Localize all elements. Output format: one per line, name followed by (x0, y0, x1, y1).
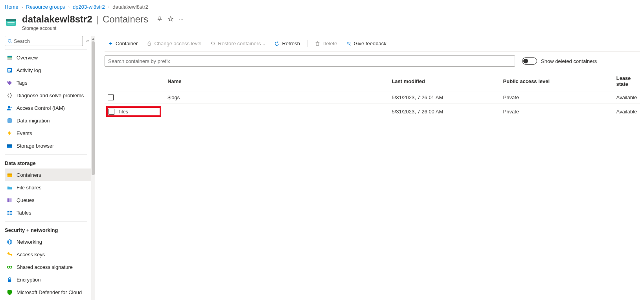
container-name[interactable]: $logs (167, 94, 180, 100)
breadcrumb-link[interactable]: Home (5, 4, 18, 10)
sidebar-item-encryption[interactable]: Encryption (5, 273, 91, 286)
breadcrumb-link[interactable]: dp203-wl8str2 (73, 4, 105, 10)
sidebar-item-label: File shares (17, 185, 42, 191)
toolbar-label: Give feedback (354, 41, 386, 46)
toolbar-divider (307, 40, 307, 47)
sidebar-item-tables[interactable]: Tables (5, 206, 91, 219)
storage-browser-icon (6, 143, 13, 149)
sidebar-item-label: Overview (17, 55, 38, 61)
sidebar-item-tags[interactable]: Tags (5, 76, 87, 89)
row-checkbox[interactable] (109, 109, 114, 115)
sidebar-item-overview[interactable]: Overview (5, 51, 87, 64)
delete-button: Delete (311, 39, 340, 48)
more-icon[interactable]: ··· (179, 16, 184, 23)
keys-icon (6, 252, 13, 258)
restore-button[interactable]: Restore containers ⌵ (207, 39, 269, 48)
cell-last-modified: 5/31/2023, 7:26:00 AM (388, 104, 500, 120)
collapse-sidebar-icon[interactable]: « (86, 38, 89, 44)
show-deleted-toggle[interactable] (522, 57, 537, 65)
sidebar-item-queues[interactable]: Queues (5, 194, 91, 206)
table-row[interactable]: files5/31/2023, 7:26:00 AMPrivateAvailab… (105, 104, 640, 120)
sidebar-item-label: Storage browser (17, 143, 54, 149)
sidebar-item-containers[interactable]: Containers (5, 169, 91, 181)
sidebar-item-sas[interactable]: Shared access signature (5, 261, 91, 273)
column-header-public-access[interactable]: Public access level (500, 71, 613, 91)
sidebar-item-activity-log[interactable]: Activity log (5, 64, 87, 76)
sidebar-item-label: Access Control (IAM) (17, 105, 65, 111)
sidebar-item-access-keys[interactable]: Access keys (5, 248, 91, 261)
sidebar-scrollbar[interactable]: ▲ (91, 36, 95, 300)
toolbar-label: Container (116, 41, 138, 46)
cell-lease-state: Available (613, 104, 640, 120)
activity-log-icon (6, 67, 13, 74)
sidebar-item-label: Tables (17, 210, 31, 216)
toggle-label: Show deleted containers (541, 58, 597, 64)
pin-icon[interactable] (157, 16, 162, 23)
toolbar-label: Delete (322, 41, 337, 46)
cell-public-access: Private (500, 91, 613, 104)
sidebar-item-networking[interactable]: Networking (5, 235, 91, 248)
refresh-icon (274, 41, 280, 46)
sidebar-item-label: Shared access signature (17, 264, 73, 270)
breadcrumb-link[interactable]: Resource groups (26, 4, 65, 10)
sidebar-item-label: Queues (17, 197, 35, 203)
sidebar-search-input[interactable] (14, 38, 80, 44)
svg-rect-36 (8, 280, 11, 282)
sidebar-item-label: Tags (17, 80, 27, 86)
tables-icon (6, 210, 13, 216)
svg-rect-18 (7, 144, 12, 146)
sas-icon (6, 264, 13, 270)
trash-icon (315, 41, 320, 46)
sidebar-item-label: Diagnose and solve problems (17, 93, 84, 98)
container-search-input[interactable] (105, 56, 515, 67)
chevron-right-icon: › (108, 5, 110, 9)
toolbar-label: Restore containers (218, 41, 261, 46)
feedback-button[interactable]: Give feedback (343, 39, 390, 48)
svg-rect-8 (7, 59, 11, 59)
svg-rect-21 (7, 198, 9, 202)
containers-table: Name Last modified Public access level L… (105, 71, 640, 120)
sidebar-item-events[interactable]: Events (5, 127, 87, 139)
container-name[interactable]: files (119, 109, 128, 115)
add-container-button[interactable]: ＋ Container (105, 39, 141, 48)
lock-icon (6, 277, 13, 283)
column-header-lease-state[interactable]: Lease state (613, 71, 640, 91)
sidebar-item-storage-browser[interactable]: Storage browser (5, 139, 87, 152)
iam-icon (6, 105, 13, 111)
svg-rect-6 (7, 56, 11, 57)
networking-icon (6, 239, 13, 245)
row-checkbox[interactable] (108, 94, 114, 100)
sidebar-item-file-shares[interactable]: File shares (5, 181, 91, 194)
table-row[interactable]: $logs5/31/2023, 7:26:01 AMPrivateAvailab… (105, 91, 640, 104)
events-icon (6, 130, 13, 137)
feedback-icon (346, 41, 351, 46)
refresh-button[interactable]: Refresh (271, 39, 303, 48)
chevron-down-icon: ⌵ (263, 41, 265, 46)
svg-rect-1 (6, 19, 16, 21)
svg-rect-23 (11, 198, 12, 202)
sidebar-item-data-migration[interactable]: Data migration (5, 114, 87, 127)
sidebar-section-security: Security + networking (5, 221, 87, 235)
sidebar-item-label: Microsoft Defender for Cloud (17, 289, 82, 295)
column-header-name[interactable]: Name (164, 71, 388, 91)
sidebar-item-label: Data migration (17, 118, 50, 124)
svg-rect-10 (8, 69, 11, 70)
scroll-up-icon[interactable]: ▲ (91, 36, 95, 41)
plus-icon: ＋ (108, 41, 113, 46)
sidebar-item-diagnose[interactable]: Diagnose and solve problems (5, 89, 87, 102)
scroll-thumb[interactable] (92, 41, 95, 175)
cell-public-access: Private (500, 104, 613, 120)
resource-title: datalakewl8str2 (22, 14, 92, 25)
svg-point-35 (9, 266, 12, 269)
svg-rect-33 (11, 254, 12, 256)
breadcrumb: Home › Resource groups › dp203-wl8str2 ›… (0, 0, 644, 14)
shield-icon (6, 289, 13, 296)
search-icon (7, 39, 12, 44)
svg-point-15 (10, 107, 12, 108)
sidebar-item-iam[interactable]: Access Control (IAM) (5, 102, 87, 114)
sidebar-search[interactable] (5, 36, 83, 46)
sidebar-item-defender[interactable]: Microsoft Defender for Cloud (5, 286, 91, 298)
star-icon[interactable] (168, 16, 173, 23)
column-header-last-modified[interactable]: Last modified (388, 71, 500, 91)
diagnose-icon (6, 93, 13, 99)
